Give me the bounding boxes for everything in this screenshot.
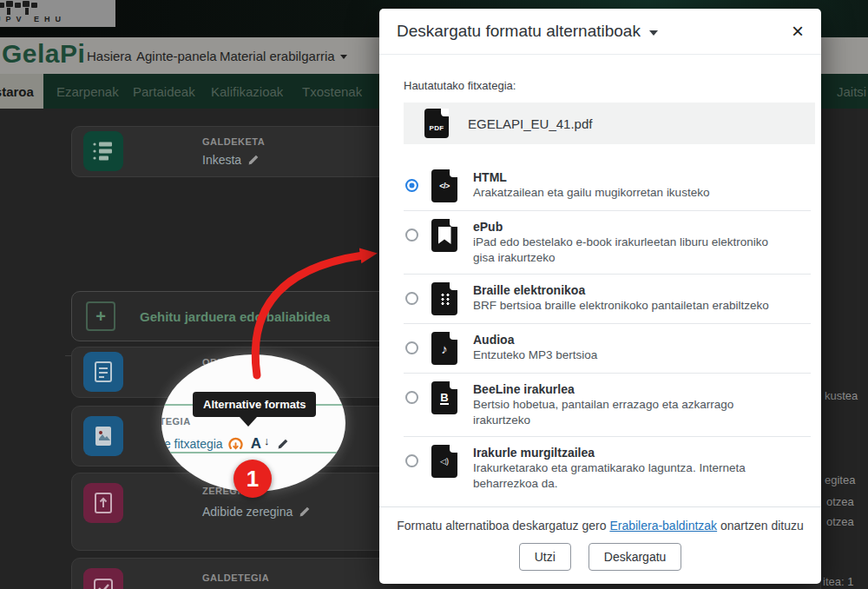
activity-type-label: GALDETEGIA <box>202 572 269 583</box>
option-title: Irakurle murgiltzailea <box>473 445 776 460</box>
tab-txostenak[interactable]: Txostenak <box>302 74 362 109</box>
assignment-activity-icon <box>83 483 123 523</box>
option-desc: iPad edo bestelako e-book irakurleetan l… <box>473 235 776 266</box>
background-text-fragment: otzea <box>826 515 854 528</box>
brand-logo[interactable]: GelaPi <box>2 39 85 69</box>
alternative-formats-icon[interactable]: A <box>251 435 261 453</box>
alternative-formats-tooltip: Alternative formats <box>193 392 316 417</box>
background-text-fragment: otzea <box>826 495 854 508</box>
survey-activity-icon <box>83 131 123 171</box>
format-option-immersive-reader[interactable]: ◁) Irakurle murgiltzailea Irakurketarako… <box>404 437 811 500</box>
tab-ezarpenak[interactable]: Ezarpenak <box>56 74 119 109</box>
edit-pencil-icon[interactable] <box>299 506 311 518</box>
plus-icon: + <box>86 301 115 331</box>
format-option-html[interactable]: </> HTML Arakatzailean eta gailu mugikor… <box>404 162 811 211</box>
background-text-fragment: egitea <box>825 473 855 486</box>
html-file-icon: </> <box>431 169 457 202</box>
upv-ehu-tree-icon <box>0 1 49 15</box>
activity-name-link[interactable]: Inkesta <box>202 153 260 167</box>
activity-name-link[interactable]: Adibide fitxategia A↓ <box>161 435 289 453</box>
modal-title: Deskargatu formatu alternatiboak <box>397 22 641 41</box>
beeline-file-icon: B <box>431 381 457 414</box>
option-desc: Arakatzailean eta gailu mugikorretan iku… <box>473 185 709 201</box>
nav-material-erabilgarria[interactable]: Material erabilgarria <box>220 49 347 63</box>
step-number-badge: 1 <box>233 460 272 498</box>
selected-file-row: PDF EGELAPI_EU_41.pdf <box>404 103 815 144</box>
edit-pencil-icon[interactable] <box>277 438 289 450</box>
activity-name-link[interactable]: Adibide zeregina <box>202 505 311 519</box>
pdf-file-icon: PDF <box>424 109 449 138</box>
tooltip-caret <box>240 417 257 427</box>
modal-header: Deskargatu formatu alternatiboak × <box>379 9 821 55</box>
braille-dots-glyph <box>439 292 450 306</box>
radio-html[interactable] <box>405 179 418 192</box>
activity-type-label: FITXATEGIA <box>161 416 191 427</box>
tab-partaideak[interactable]: Partaideak <box>133 74 195 109</box>
title-dropdown-caret-icon[interactable] <box>649 30 658 36</box>
format-options-list: </> HTML Arakatzailean eta gailu mugikor… <box>404 162 811 500</box>
quiz-activity-icon <box>83 568 123 589</box>
upv-ehu-label: UPV EHU <box>0 15 66 23</box>
format-option-audio[interactable]: ♪ Audioa Entzuteko MP3 bertsioa <box>404 324 811 374</box>
modal-body: Hautatutako fitxategia: PDF EGELAPI_EU_4… <box>379 55 821 506</box>
format-option-beeline[interactable]: B BeeLine irakurlea Bertsio hobetua, pan… <box>404 374 811 437</box>
option-title: Braille elektronikoa <box>473 282 769 298</box>
close-icon[interactable]: × <box>792 21 804 42</box>
immersive-reader-file-icon: ◁) <box>431 445 457 478</box>
option-title: BeeLine irakurlea <box>473 381 776 397</box>
terms-link[interactable]: Erabilera-baldintzak <box>609 519 717 533</box>
radio-braille[interactable] <box>405 292 418 305</box>
download-arrow-icon: ↓ <box>264 434 270 447</box>
option-desc: Irakurketarako eta gramatikarako laguntz… <box>473 460 776 492</box>
radio-epub[interactable] <box>405 228 418 242</box>
selected-file-label: Hautatutako fitxategia: <box>404 79 811 92</box>
page-activity-icon <box>83 352 123 392</box>
upv-ehu-logo: UPV EHU <box>0 0 115 27</box>
audio-file-icon: ♪ <box>431 332 457 365</box>
radio-audio[interactable] <box>405 341 418 354</box>
ally-accessibility-gauge-icon[interactable] <box>227 436 244 453</box>
option-desc: Entzuteko MP3 bertsioa <box>473 347 597 363</box>
option-desc: BRF bertsioa braille elektronikoko panta… <box>473 298 769 314</box>
background-text-fragment: itea: 1 <box>823 575 853 588</box>
chevron-down-icon <box>340 55 347 59</box>
tab-ikastaroa[interactable]: Ikastaroa <box>0 74 43 109</box>
screen: UPV EHU GelaPi Hasiera Aginte-panela Mat… <box>0 0 868 589</box>
option-title: ePub <box>473 219 776 235</box>
format-option-braille[interactable]: Braille elektronikoa BRF bertsioa braill… <box>404 275 811 324</box>
file-activity-icon <box>83 416 123 456</box>
nav-aginte-panela[interactable]: Aginte-panela <box>136 49 217 63</box>
nav-hasiera[interactable]: Hasiera <box>87 49 132 63</box>
epub-file-icon <box>431 219 457 252</box>
terms-text: Formatu alternatiboa deskargatuz gero Er… <box>379 519 821 533</box>
edit-pencil-icon[interactable] <box>247 154 260 166</box>
option-desc: Bertsio hobetua, pantailan errazago eta … <box>473 397 776 428</box>
activity-type-label: GALDEKETA <box>202 136 265 147</box>
download-button[interactable]: Deskargatu <box>589 543 682 571</box>
alternative-formats-modal: Deskargatu formatu alternatiboak × Hauta… <box>379 9 821 584</box>
bookmark-glyph <box>438 227 451 244</box>
modal-footer: Formatu alternatiboa deskargatuz gero Er… <box>379 506 821 584</box>
cancel-button[interactable]: Utzi <box>519 543 571 571</box>
option-title: Audioa <box>473 332 597 347</box>
background-text-fragment: kustea <box>825 389 858 402</box>
braille-file-icon <box>431 282 457 315</box>
format-option-epub[interactable]: ePub iPad edo bestelako e-book irakurlee… <box>404 211 811 275</box>
tab-jaitsi[interactable]: Jaitsi <box>837 74 868 109</box>
tab-kalifikazioak[interactable]: Kalifikazioak <box>211 74 283 109</box>
radio-immersive-reader[interactable] <box>405 454 418 467</box>
option-title: HTML <box>473 169 709 185</box>
radio-beeline[interactable] <box>405 391 418 404</box>
selected-file-name: EGELAPI_EU_41.pdf <box>468 116 592 131</box>
